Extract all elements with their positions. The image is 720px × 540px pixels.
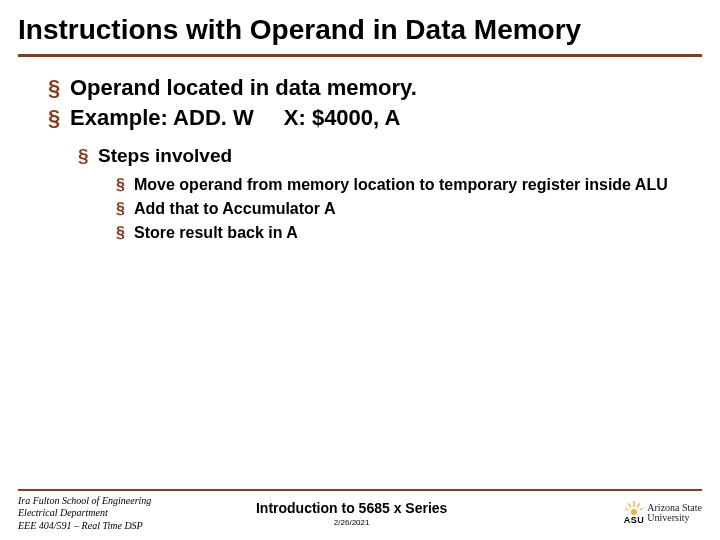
bullet-text: Operand located in data memory. [70, 75, 417, 100]
bullet-level3: §Add that to Accumulator A [40, 199, 692, 219]
slide-title: Instructions with Operand in Data Memory [18, 10, 702, 52]
bullet-text: Add that to Accumulator A [134, 200, 335, 217]
svg-rect-2 [628, 503, 632, 508]
footer-course: EEE 404/591 – Real Time DSP [18, 520, 151, 533]
bullet-level2: §Steps involved [40, 145, 692, 167]
slide-content: §Operand located in data memory. §Exampl… [18, 57, 702, 243]
svg-rect-4 [625, 508, 629, 511]
bullet-level3: §Move operand from memory location to te… [40, 175, 692, 195]
bullet-text: Store result back in A [134, 224, 298, 241]
footer-right-block: ASU Arizona State University [552, 501, 702, 525]
svg-rect-1 [633, 501, 634, 507]
slide-footer: Ira Fulton School of Engineering Electri… [0, 489, 720, 532]
square-bullet-icon: § [116, 199, 134, 219]
footer-subtitle: Introduction to 5685 x Series [151, 500, 552, 516]
footer-school: Ira Fulton School of Engineering [18, 495, 151, 508]
footer-center-block: Introduction to 5685 x Series 2/26/2021 [151, 500, 552, 527]
bullet-level3: §Store result back in A [40, 223, 692, 243]
asu-name-line2: University [647, 513, 702, 524]
square-bullet-icon: § [48, 105, 70, 131]
footer-divider [18, 489, 702, 491]
footer-dept: Electrical Department [18, 507, 151, 520]
bullet-text: Move operand from memory location to tem… [134, 176, 668, 193]
bullet-level1: §Operand located in data memory. [40, 75, 692, 101]
bullet-text: Steps involved [98, 145, 232, 166]
footer-date: 2/26/2021 [151, 518, 552, 527]
footer-left-block: Ira Fulton School of Engineering Electri… [18, 495, 151, 533]
asu-sunburst-icon [625, 501, 643, 515]
asu-university-name: Arizona State University [647, 503, 702, 524]
bullet-text-suffix: X: $4000, A [284, 105, 401, 130]
bullet-text-prefix: Example: ADD. W [70, 105, 254, 130]
svg-rect-3 [637, 503, 641, 508]
svg-rect-5 [639, 508, 643, 511]
asu-abbrev: ASU [624, 515, 645, 525]
footer-row: Ira Fulton School of Engineering Electri… [18, 495, 702, 533]
square-bullet-icon: § [48, 75, 70, 101]
svg-point-0 [631, 509, 637, 515]
bullet-level1: §Example: ADD. WX: $4000, A [40, 105, 692, 131]
square-bullet-icon: § [116, 223, 134, 243]
asu-logo: ASU Arizona State University [624, 501, 702, 525]
square-bullet-icon: § [116, 175, 134, 195]
asu-mark: ASU [624, 501, 645, 525]
square-bullet-icon: § [78, 145, 98, 167]
